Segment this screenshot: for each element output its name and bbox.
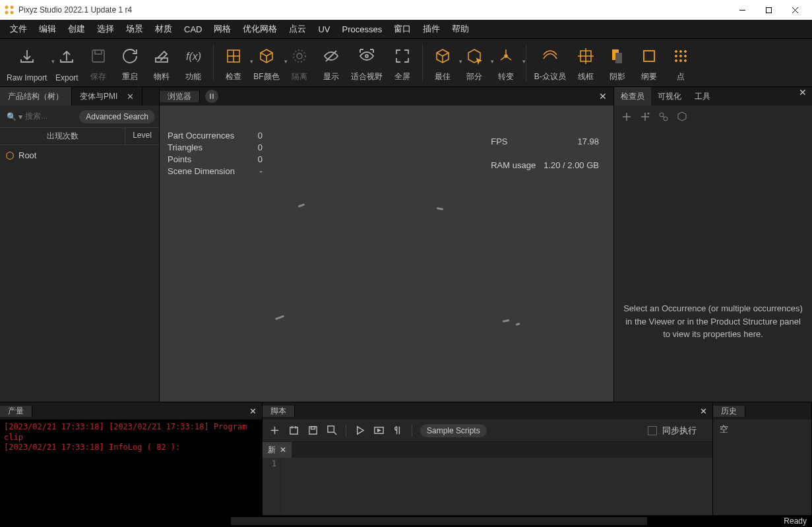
advanced-search-button[interactable]: Advanced Search	[79, 110, 155, 123]
tool-brep[interactable]: B-众议员	[530, 39, 570, 86]
menu-plugins[interactable]: 插件	[417, 20, 446, 38]
tool-raw-import[interactable]: Raw Import▾	[3, 39, 51, 86]
statusbar: Ready	[0, 515, 812, 527]
tool-outline[interactable]: 纲要	[633, 39, 665, 86]
script-tab-new[interactable]: 新✕	[263, 442, 292, 458]
window-maximize-button[interactable]	[755, 0, 782, 20]
script-editor[interactable]: 1	[263, 458, 712, 515]
tab-tools[interactable]: 工具	[688, 87, 717, 106]
close-icon[interactable]: ✕	[127, 92, 134, 102]
window-close-button[interactable]	[782, 0, 808, 20]
tab-history[interactable]: 历史	[713, 406, 745, 417]
tool-part[interactable]: 部分▾	[458, 39, 490, 86]
svg-point-34	[684, 59, 686, 61]
tool-function[interactable]: f(x)功能	[177, 39, 209, 86]
tab-script[interactable]: 脚本	[263, 406, 295, 417]
tab-viewer[interactable]: 浏览器	[160, 91, 200, 102]
tool-best[interactable]: 最佳▾	[427, 39, 458, 86]
save-icon[interactable]	[307, 425, 319, 436]
cube-icon	[257, 42, 276, 70]
menu-optimize[interactable]: 优化网格	[237, 20, 283, 38]
checkbox-icon[interactable]	[648, 426, 657, 435]
chevron-down-icon[interactable]: ▾	[522, 58, 526, 65]
menu-mesh[interactable]: 网格	[208, 20, 237, 38]
fx-icon: f(x)	[184, 42, 203, 70]
tool-isolate[interactable]: 隔离	[284, 39, 315, 86]
col-occurrences[interactable]: 出现次数	[0, 128, 125, 144]
tree-header: 出现次数 Level	[0, 127, 159, 145]
col-level[interactable]: Level	[125, 128, 159, 144]
menu-select[interactable]: 选择	[91, 20, 120, 38]
toolbar: Raw Import▾ Export 保存 重启 物料 f(x)功能 检查▾ B…	[0, 38, 812, 87]
menu-uv[interactable]: UV	[312, 22, 336, 37]
svg-point-1	[11, 6, 14, 9]
svg-point-15	[297, 53, 302, 59]
close-icon[interactable]: ✕	[249, 406, 257, 416]
svg-rect-44	[328, 426, 334, 432]
window-title: Pixyz Studio 2022.1 Update 1 r4	[18, 5, 729, 15]
menu-cad[interactable]: CAD	[178, 22, 208, 37]
shadow-icon	[608, 42, 627, 70]
menu-help[interactable]: 帮助	[446, 20, 475, 38]
svg-point-29	[675, 55, 677, 57]
history-body: 空	[713, 419, 811, 515]
menu-create[interactable]: 创建	[62, 20, 91, 38]
run-selection-icon[interactable]	[373, 425, 385, 436]
paragraph-icon[interactable]	[392, 425, 404, 436]
tool-points[interactable]: 点	[665, 39, 697, 86]
find-icon[interactable]	[327, 425, 338, 436]
svg-rect-43	[311, 427, 315, 429]
sync-execute-toggle[interactable]: 同步执行	[648, 425, 697, 437]
menu-edit[interactable]: 编辑	[33, 20, 62, 38]
tool-show[interactable]: 显示	[315, 39, 347, 86]
tool-fullscreen[interactable]: 全屏	[387, 39, 418, 86]
tab-variants-pmi[interactable]: 变体与PMI✕	[72, 87, 142, 106]
close-icon[interactable]: ✕	[280, 445, 286, 454]
svg-point-30	[679, 55, 681, 57]
svg-point-2	[5, 11, 9, 15]
tool-transform[interactable]: 转变▾	[490, 39, 522, 86]
menu-scene[interactable]: 场景	[120, 20, 149, 38]
svg-point-37	[648, 113, 649, 114]
close-icon[interactable]: ✕	[599, 91, 607, 102]
tab-inspector[interactable]: 检查员	[614, 87, 651, 106]
tool-export[interactable]: Export	[51, 39, 82, 86]
search-input[interactable]: 🔍 ▾ 搜索...	[4, 109, 75, 123]
pause-button[interactable]	[205, 90, 218, 103]
svg-rect-8	[92, 50, 104, 62]
tree-root-item[interactable]: Root	[5, 149, 154, 162]
menu-window[interactable]: 窗口	[388, 20, 417, 38]
bottom-panels: 产量✕ [2023/02/21 17:33:18] [2023/02/21 17…	[0, 402, 812, 515]
expand-icon	[393, 42, 412, 70]
plus-star-icon[interactable]	[639, 111, 651, 123]
menu-material[interactable]: 材质	[149, 20, 178, 38]
open-icon[interactable]	[288, 425, 299, 436]
tool-material[interactable]: 物料	[146, 39, 177, 86]
left-tabs: 产品结构（树） 变体与PMI✕	[0, 87, 159, 106]
play-icon[interactable]	[354, 425, 365, 436]
tool-fit[interactable]: 适合视野	[347, 39, 387, 86]
tab-output[interactable]: 产量	[0, 406, 32, 417]
close-icon[interactable]: ✕	[700, 406, 707, 416]
tool-save[interactable]: 保存	[82, 39, 114, 86]
svg-rect-42	[309, 427, 317, 434]
close-icon[interactable]: ✕	[799, 87, 807, 106]
tool-shadow[interactable]: 阴影	[602, 39, 633, 86]
cube-outline-icon[interactable]	[676, 111, 688, 123]
menu-pointcloud[interactable]: 点云	[283, 20, 312, 38]
link-icon[interactable]	[658, 111, 670, 123]
tab-visualize[interactable]: 可视化	[651, 87, 688, 106]
tool-wireframe[interactable]: 线框	[570, 39, 602, 86]
window-minimize-button[interactable]	[729, 0, 755, 20]
tool-bfcolor[interactable]: BF颜色▾	[249, 39, 283, 86]
menu-processes[interactable]: Processes	[336, 22, 389, 37]
new-icon[interactable]	[269, 425, 280, 436]
tab-product-structure[interactable]: 产品结构（树）	[0, 87, 72, 106]
tool-inspect[interactable]: 检查▾	[218, 39, 249, 86]
export-icon	[57, 42, 76, 72]
menu-file[interactable]: 文件	[4, 20, 33, 38]
sample-scripts-button[interactable]: Sample Scripts	[420, 424, 487, 437]
plus-icon[interactable]	[621, 111, 633, 123]
output-log[interactable]: [2023/02/21 17:33:18] [2023/02/21 17:33:…	[0, 419, 262, 515]
tool-restart[interactable]: 重启	[114, 39, 146, 86]
